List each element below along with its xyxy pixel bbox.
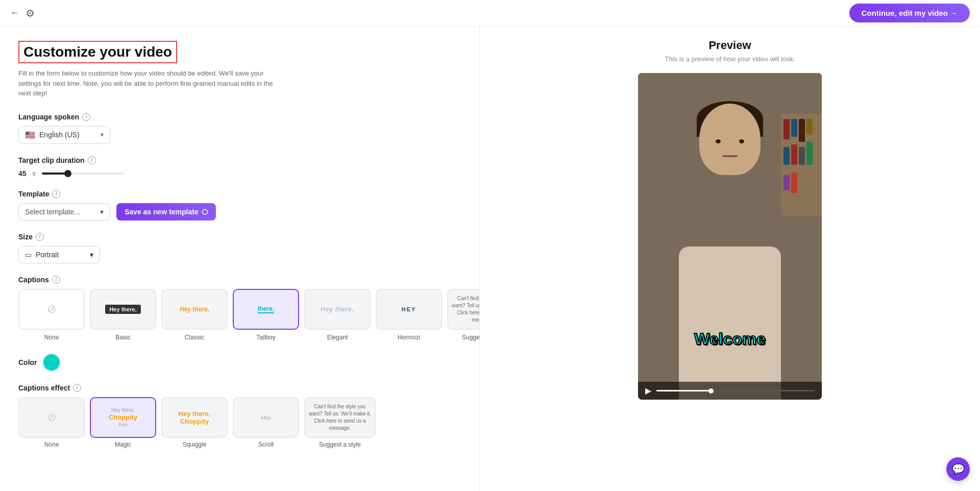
effect-grid: ⊘ Hey there, Choppity then Hey there, Ch…	[18, 397, 461, 438]
size-select[interactable]: ▭ Portrait ▾	[18, 246, 100, 263]
label-hormozi: Hormozi	[376, 334, 442, 341]
suggest-preview: Can't find the style you want? Tell us. …	[448, 292, 480, 327]
template-label: Template i	[18, 190, 461, 198]
color-row: Color	[18, 353, 461, 372]
main-layout: Customize your video Fill in the form be…	[0, 27, 980, 491]
captions-info-icon[interactable]: i	[52, 276, 60, 284]
language-value: English (US)	[39, 131, 80, 139]
settings-icon[interactable]: ⚙	[26, 7, 35, 19]
template-info-icon[interactable]: i	[52, 190, 60, 198]
slider-fill	[42, 173, 66, 175]
progress-thumb[interactable]	[708, 388, 714, 394]
caption-tailboy[interactable]: there,	[233, 289, 299, 330]
chat-bubble[interactable]: 💬	[946, 457, 970, 481]
face-features	[709, 129, 750, 160]
effect-label-scroll: Scroll	[233, 441, 299, 448]
flag-icon: 🇺🇸	[25, 130, 35, 140]
continue-button-label: Continue, edit my video →	[862, 9, 958, 17]
left-panel: Customize your video Fill in the form be…	[0, 27, 480, 491]
back-button[interactable]: ←	[10, 8, 19, 18]
template-select[interactable]: Select template... ▾	[18, 203, 110, 220]
size-chevron-icon: ▾	[90, 251, 93, 259]
caption-suggest[interactable]: Can't find the style you want? Tell us. …	[447, 289, 480, 330]
continue-button[interactable]: Continue, edit my video →	[849, 4, 970, 22]
captions-label: Captions i	[18, 276, 461, 284]
effect-label-magic: Magic	[90, 441, 156, 448]
duration-row: Target clip duration i 45 s	[18, 156, 461, 178]
top-bar-left: ← ⚙	[10, 7, 35, 19]
effect-label-none: None	[18, 441, 85, 448]
video-container: Welcome ▶	[638, 73, 822, 400]
save-template-button[interactable]: Save as new template ⬡	[116, 203, 216, 220]
effect-label-suggest: Suggest a style	[304, 441, 376, 448]
slider-row: 45 s	[18, 169, 461, 178]
progress-bar[interactable]	[656, 390, 815, 391]
chat-icon: 💬	[952, 463, 965, 475]
label-suggest: Suggest a style	[447, 334, 480, 341]
classic-preview: Hey there,	[180, 306, 209, 313]
size-info-icon[interactable]: i	[36, 233, 44, 241]
duration-slider[interactable]	[42, 173, 124, 175]
duration-value: 45	[18, 169, 27, 178]
template-placeholder: Select template...	[25, 208, 80, 216]
bookshelf	[781, 114, 822, 216]
back-icon: ←	[10, 8, 19, 18]
video-caption-overlay: Welcome	[694, 330, 766, 349]
effect-none[interactable]: ⊘	[18, 397, 85, 438]
person-body	[679, 247, 781, 400]
portrait-icon: ▭	[25, 251, 32, 259]
caption-classic[interactable]: Hey there,	[161, 289, 228, 330]
video-controls: ▶	[638, 382, 822, 400]
page-subtitle: Fill in the form below to customize how …	[18, 68, 284, 99]
effect-label-squiggle: Squiggle	[161, 441, 228, 448]
caption-none[interactable]: ⊘	[18, 289, 85, 330]
chevron-down-icon: ▾	[101, 131, 104, 138]
size-value: Portrait	[36, 251, 59, 259]
captions-effect-label: Captions effect i	[18, 384, 461, 392]
caption-basic[interactable]: Hey there,	[90, 289, 156, 330]
save-template-icon: ⬡	[202, 208, 208, 216]
effect-none-icon: ⊘	[47, 411, 56, 424]
captions-effect-info-icon[interactable]: i	[73, 384, 81, 392]
size-row: Size i ▭ Portrait ▾	[18, 233, 461, 263]
label-basic: Basic	[90, 334, 156, 341]
effect-scroll[interactable]: Hey	[233, 397, 299, 438]
effect-squiggle[interactable]: Hey there, Choppity	[161, 397, 228, 438]
language-select[interactable]: 🇺🇸 English (US) ▾	[18, 126, 110, 144]
language-row: Language spoken i 🇺🇸 English (US) ▾	[18, 113, 461, 144]
page-title: Customize your video	[18, 41, 177, 63]
template-row: Template i Select template... ▾ Save as …	[18, 190, 461, 220]
progress-fill	[656, 390, 712, 391]
caption-elegant[interactable]: Hey there,	[304, 289, 371, 330]
label-elegant: Elegant	[304, 334, 371, 341]
size-label: Size i	[18, 233, 461, 241]
effect-suggest-preview: Can't find the style you want? Tell us. …	[305, 400, 375, 435]
label-tailboy: Tailboy	[233, 334, 299, 341]
effect-labels: None Magic Squiggle Scroll Suggest a sty…	[18, 441, 461, 448]
squiggle-preview: Hey there, Choppity	[179, 410, 211, 425]
preview-subtitle: This is a preview of how your video will…	[665, 55, 795, 63]
scroll-preview: Hey	[261, 414, 271, 421]
duration-label: Target clip duration i	[18, 156, 461, 164]
captions-labels: None Basic Classic Tailboy Elegant Hormo…	[18, 334, 461, 341]
duration-unit: s	[33, 170, 36, 177]
elegant-preview: Hey there,	[321, 306, 354, 313]
captions-effect-row: Captions effect i ⊘ Hey there, Choppity …	[18, 384, 461, 448]
top-bar: ← ⚙ Continue, edit my video →	[0, 0, 980, 27]
tailboy-preview: there,	[258, 305, 275, 313]
captions-grid: ⊘ Hey there, Hey there, there, Hey there…	[18, 289, 461, 330]
hormozi-preview: HEY	[402, 306, 416, 312]
effect-magic[interactable]: Hey there, Choppity then	[90, 397, 156, 438]
captions-row: Captions i ⊘ Hey there, Hey there, ther	[18, 276, 461, 341]
play-button[interactable]: ▶	[645, 386, 651, 396]
preview-title: Preview	[708, 39, 751, 52]
color-label: Color	[18, 358, 37, 366]
label-classic: Classic	[161, 334, 228, 341]
effect-suggest[interactable]: Can't find the style you want? Tell us. …	[304, 397, 376, 438]
caption-hormozi[interactable]: HEY	[376, 289, 442, 330]
language-info-icon[interactable]: i	[82, 113, 90, 121]
slider-thumb[interactable]	[64, 170, 71, 177]
template-chevron-icon: ▾	[100, 208, 104, 216]
duration-info-icon[interactable]: i	[88, 156, 96, 164]
color-swatch[interactable]	[42, 353, 61, 372]
